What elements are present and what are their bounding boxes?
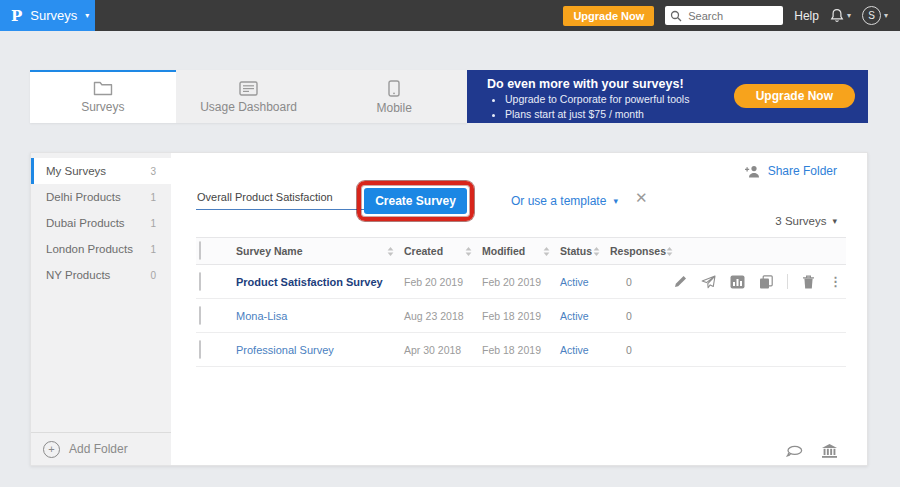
tab-usage-dashboard[interactable]: Usage Dashboard bbox=[176, 70, 322, 123]
sort-icon[interactable] bbox=[666, 247, 673, 256]
header-created: Created bbox=[404, 245, 482, 257]
select-all-checkbox[interactable] bbox=[199, 241, 201, 260]
table-row: Professional Survey Apr 30 2018 Feb 18 2… bbox=[196, 333, 846, 367]
folder-label: Dubai Products bbox=[46, 217, 125, 229]
product-name: Surveys bbox=[30, 8, 77, 23]
folder-label: NY Products bbox=[46, 269, 110, 281]
responses-count: 0 bbox=[610, 310, 666, 322]
folder-count: 1 bbox=[150, 192, 156, 203]
row-checkbox[interactable] bbox=[199, 306, 201, 325]
banner-upgrade-button[interactable]: Upgrade Now bbox=[734, 84, 855, 108]
row-checkbox[interactable] bbox=[199, 340, 201, 359]
modified-date: Feb 18 2019 bbox=[482, 344, 560, 356]
notifications-button[interactable]: ▾ bbox=[830, 8, 851, 23]
close-icon[interactable]: ✕ bbox=[635, 189, 648, 207]
header-label: Modified bbox=[482, 245, 525, 257]
topbar-right-group: Upgrade Now Help ▾ S ▾ bbox=[563, 6, 900, 26]
top-bar: P Surveys ▾ Upgrade Now Help ▾ S ▾ bbox=[0, 0, 900, 31]
folder-count: 1 bbox=[150, 218, 156, 229]
bank-icon[interactable] bbox=[822, 444, 837, 458]
table-row: Product Satisfaction Survey Feb 20 2019 … bbox=[196, 265, 846, 299]
surveys-count-label: 3 Surveys bbox=[775, 215, 826, 227]
share-folder-link[interactable]: Share Folder bbox=[744, 164, 837, 178]
edit-pencil-icon[interactable] bbox=[674, 275, 687, 288]
sidebar-item-my-surveys[interactable]: My Surveys 3 bbox=[31, 158, 171, 184]
responses-count: 0 bbox=[610, 276, 666, 288]
add-person-icon bbox=[744, 165, 761, 178]
duplicate-copy-icon[interactable] bbox=[759, 275, 773, 289]
tab-surveys[interactable]: Surveys bbox=[30, 70, 176, 123]
add-folder-button[interactable]: + Add Folder bbox=[31, 432, 171, 465]
responses-count: 0 bbox=[610, 344, 666, 356]
sidebar-item-ny-products[interactable]: NY Products 0 bbox=[31, 262, 171, 288]
sort-icon[interactable] bbox=[593, 247, 600, 256]
search-input[interactable] bbox=[686, 9, 778, 23]
chevron-down-icon: ▾ bbox=[613, 196, 618, 206]
banner-bullet: Upgrade to Corporate for powerful tools bbox=[505, 92, 689, 107]
sidebar-item-delhi-products[interactable]: Delhi Products 1 bbox=[31, 184, 171, 210]
folder-count: 3 bbox=[150, 166, 156, 177]
header-label: Status bbox=[560, 245, 592, 257]
header-survey-name: Survey Name bbox=[236, 245, 404, 257]
status-badge[interactable]: Active bbox=[560, 344, 610, 356]
chevron-down-icon: ▾ bbox=[847, 11, 851, 20]
survey-name-link[interactable]: Product Satisfaction Survey bbox=[236, 276, 404, 288]
bottom-toolbar bbox=[786, 444, 837, 458]
help-link[interactable]: Help bbox=[794, 9, 819, 23]
surveys-count-dropdown[interactable]: 3 Surveys ▾ bbox=[775, 215, 837, 227]
use-template-link[interactable]: Or use a template ▾ bbox=[511, 194, 618, 208]
folder-count: 1 bbox=[150, 244, 156, 255]
row-actions: ⋮ bbox=[666, 274, 846, 289]
more-options-icon[interactable]: ⋮ bbox=[829, 274, 842, 289]
tab-mobile[interactable]: Mobile bbox=[321, 70, 467, 123]
send-plane-icon[interactable] bbox=[701, 275, 716, 289]
account-menu[interactable]: S ▾ bbox=[862, 6, 888, 25]
add-folder-label: Add Folder bbox=[69, 442, 128, 456]
row-checkbox[interactable] bbox=[199, 272, 201, 291]
plus-circle-icon: + bbox=[43, 441, 60, 458]
tab-label: Mobile bbox=[377, 101, 412, 115]
survey-name-link[interactable]: Professional Survey bbox=[236, 344, 404, 356]
avatar: S bbox=[862, 6, 881, 25]
header-modified: Modified bbox=[482, 245, 560, 257]
header-label: Created bbox=[404, 245, 443, 257]
share-folder-label: Share Folder bbox=[768, 164, 837, 178]
folder-count: 0 bbox=[150, 270, 156, 281]
delete-trash-icon[interactable] bbox=[802, 275, 815, 289]
folders-sidebar: My Surveys 3 Delhi Products 1 Dubai Prod… bbox=[31, 153, 171, 465]
sidebar-item-london-products[interactable]: London Products 1 bbox=[31, 236, 171, 262]
chevron-down-icon: ▾ bbox=[85, 12, 89, 20]
folder-label: My Surveys bbox=[46, 165, 106, 177]
search-box[interactable] bbox=[665, 6, 783, 25]
app-screen: P Surveys ▾ Upgrade Now Help ▾ S ▾ bbox=[0, 0, 900, 487]
banner-bullets: Upgrade to Corporate for powerful tools … bbox=[491, 92, 689, 122]
sort-icon[interactable] bbox=[465, 247, 472, 256]
table-header-row: Survey Name Created Modified Status bbox=[196, 237, 846, 265]
sort-icon[interactable] bbox=[387, 247, 394, 256]
status-badge[interactable]: Active bbox=[560, 310, 610, 322]
status-badge[interactable]: Active bbox=[560, 276, 610, 288]
bell-icon bbox=[830, 8, 844, 23]
modified-date: Feb 18 2019 bbox=[482, 310, 560, 322]
search-icon bbox=[670, 10, 682, 22]
header-responses: Responses bbox=[610, 245, 666, 257]
upgrade-now-button[interactable]: Upgrade Now bbox=[563, 6, 654, 26]
create-survey-highlight-annotation: Create Survey bbox=[357, 181, 474, 221]
reports-chart-icon[interactable] bbox=[730, 275, 745, 289]
created-date: Feb 20 2019 bbox=[404, 276, 482, 288]
product-switcher[interactable]: P Surveys ▾ bbox=[0, 0, 95, 31]
chevron-down-icon: ▾ bbox=[884, 11, 888, 20]
sidebar-item-dubai-products[interactable]: Dubai Products 1 bbox=[31, 210, 171, 236]
mobile-icon bbox=[388, 80, 400, 97]
banner-title: Do even more with your surveys! bbox=[487, 77, 684, 91]
folder-list: My Surveys 3 Delhi Products 1 Dubai Prod… bbox=[31, 153, 171, 288]
banner-bullet: Plans start at just $75 / month bbox=[505, 107, 689, 122]
new-survey-name-input[interactable] bbox=[196, 187, 366, 210]
sort-icon[interactable] bbox=[543, 247, 550, 256]
chat-bubble-icon[interactable] bbox=[786, 445, 803, 458]
section-tabs: Surveys Usage Dashboard Mobile bbox=[30, 70, 467, 123]
created-date: Aug 23 2018 bbox=[404, 310, 482, 322]
survey-name-link[interactable]: Mona-Lisa bbox=[236, 310, 404, 322]
tab-label: Surveys bbox=[81, 100, 124, 114]
create-survey-button[interactable]: Create Survey bbox=[364, 188, 467, 214]
